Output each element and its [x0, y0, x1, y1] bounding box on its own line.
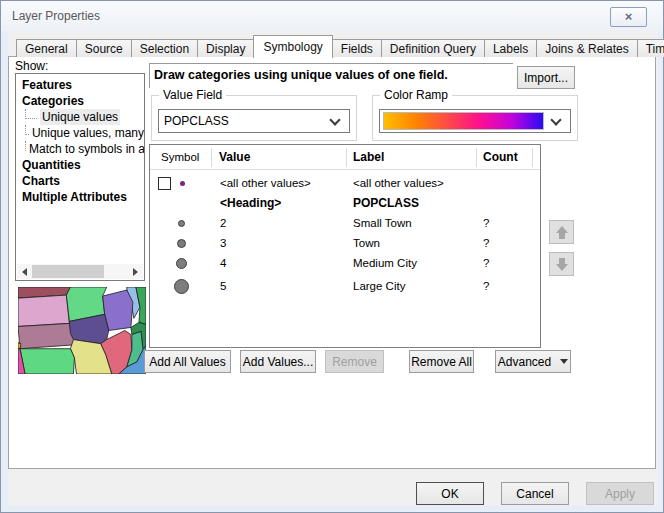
- table-row[interactable]: 2Small Town?: [150, 213, 540, 233]
- column-header-symbol[interactable]: Symbol: [150, 148, 212, 167]
- color-ramp-combo[interactable]: [379, 109, 571, 133]
- map-preview-state: [20, 349, 74, 374]
- label-cell: Large City: [347, 280, 477, 292]
- map-preview-state: [18, 295, 69, 326]
- window-title: Layer Properties: [12, 9, 100, 23]
- tree-horizontal-scrollbar[interactable]: [17, 264, 143, 279]
- show-tree-item-unique-values-many[interactable]: Unique values, many: [16, 125, 144, 141]
- color-ramp-group: Color Ramp: [372, 95, 578, 141]
- symbol-table-header: Symbol Value Label Count: [150, 145, 540, 170]
- value-field-group: Value Field POPCLASS: [151, 95, 357, 141]
- value-cell: 3: [212, 237, 347, 249]
- column-header-label[interactable]: Label: [347, 148, 477, 167]
- value-cell: 4: [212, 257, 347, 269]
- tab-joins-relates[interactable]: Joins & Relates: [536, 39, 637, 57]
- symbol-cell[interactable]: [150, 177, 212, 190]
- dropdown-arrow-icon: [560, 359, 568, 364]
- value-field-combo[interactable]: POPCLASS: [158, 109, 350, 133]
- symbol-cell[interactable]: [150, 220, 212, 227]
- value-cell: <all other values>: [212, 177, 347, 189]
- map-preview-state: [18, 323, 76, 348]
- value-cell: 5: [212, 280, 347, 292]
- apply-button[interactable]: Apply: [586, 482, 654, 505]
- symbol-cell[interactable]: [150, 279, 212, 294]
- color-ramp-label: Color Ramp: [380, 88, 452, 102]
- show-tree-item-features[interactable]: Features: [16, 77, 144, 93]
- point-symbol-icon: [176, 258, 187, 269]
- symbol-cell[interactable]: [150, 239, 212, 248]
- chevron-down-icon: [550, 114, 561, 125]
- arrow-up-icon: [556, 226, 568, 239]
- tab-display[interactable]: Display: [197, 39, 254, 57]
- tab-general[interactable]: General: [16, 39, 77, 57]
- tab-fields[interactable]: Fields: [332, 39, 382, 57]
- value-cell: <Heading>: [212, 196, 347, 210]
- all-other-values-checkbox[interactable]: [158, 177, 171, 190]
- table-row[interactable]: 5Large City?: [150, 273, 540, 299]
- point-symbol-icon: [177, 239, 186, 248]
- count-cell: ?: [477, 257, 533, 269]
- tab-selection[interactable]: Selection: [131, 39, 198, 57]
- count-cell: ?: [477, 217, 533, 229]
- dialog-body: GeneralSourceSelectionDisplaySymbologyFi…: [8, 31, 658, 505]
- symbology-tab-page: Show: FeaturesCategoriesUnique valuesUni…: [8, 56, 656, 469]
- close-icon[interactable]: ×: [610, 7, 647, 27]
- scroll-left-icon[interactable]: [17, 264, 32, 279]
- layer-properties-dialog: Layer Properties × GeneralSourceSelectio…: [0, 0, 664, 513]
- map-preview: [18, 287, 146, 374]
- value-field-label: Value Field: [159, 88, 226, 102]
- show-tree: FeaturesCategoriesUnique valuesUnique va…: [15, 73, 145, 281]
- description-text: Draw categories using unique values of o…: [149, 63, 513, 88]
- ok-button[interactable]: OK: [416, 482, 484, 505]
- table-row[interactable]: <all other values><all other values>: [150, 173, 540, 193]
- import-button[interactable]: Import...: [517, 66, 575, 89]
- value-field-value: POPCLASS: [159, 114, 331, 128]
- scrollbar-thumb[interactable]: [32, 265, 104, 278]
- table-row[interactable]: <Heading>POPCLASS: [150, 193, 540, 213]
- column-header-value[interactable]: Value: [212, 148, 347, 167]
- table-row[interactable]: 4Medium City?: [150, 253, 540, 273]
- add-all-values-button[interactable]: Add All Values: [144, 350, 231, 373]
- tab-time[interactable]: Time: [637, 39, 664, 57]
- show-tree-item-categories[interactable]: Categories: [16, 93, 144, 109]
- label-cell: <all other values>: [347, 177, 477, 189]
- show-label: Show:: [15, 59, 48, 73]
- value-cell: 2: [212, 217, 347, 229]
- color-ramp-gradient: [383, 112, 544, 130]
- advanced-button[interactable]: Advanced: [495, 350, 571, 373]
- point-symbol-icon: [180, 181, 185, 186]
- label-cell: Medium City: [347, 257, 477, 269]
- remove-button[interactable]: Remove: [325, 350, 384, 373]
- point-symbol-icon: [174, 279, 189, 294]
- tab-bar: GeneralSourceSelectionDisplaySymbologyFi…: [16, 34, 664, 57]
- cancel-button[interactable]: Cancel: [501, 482, 569, 505]
- label-cell: Small Town: [347, 217, 477, 229]
- show-tree-item-multiple-attributes[interactable]: Multiple Attributes: [16, 189, 144, 205]
- symbol-cell[interactable]: [150, 258, 212, 269]
- map-preview-state: [18, 343, 21, 349]
- count-cell: ?: [477, 237, 533, 249]
- move-down-button[interactable]: [549, 252, 574, 276]
- remove-all-button[interactable]: Remove All: [409, 350, 474, 373]
- add-values-button[interactable]: Add Values...: [240, 350, 316, 373]
- move-up-button[interactable]: [549, 220, 574, 244]
- show-tree-item-unique-values[interactable]: Unique values: [16, 109, 144, 125]
- scroll-right-icon[interactable]: [128, 264, 143, 279]
- table-row[interactable]: 3Town?: [150, 233, 540, 253]
- label-cell: POPCLASS: [347, 196, 477, 210]
- show-tree-item-charts[interactable]: Charts: [16, 173, 144, 189]
- chevron-down-icon: [329, 114, 340, 125]
- tab-source[interactable]: Source: [76, 39, 132, 57]
- show-tree-item-match-to-symbols-in-a[interactable]: Match to symbols in a: [16, 141, 144, 157]
- footer-buttons: OKCancelApply: [416, 482, 654, 505]
- count-cell: ?: [477, 280, 533, 292]
- tab-labels[interactable]: Labels: [484, 39, 537, 57]
- tab-definition-query[interactable]: Definition Query: [381, 39, 485, 57]
- show-tree-item-quantities[interactable]: Quantities: [16, 157, 144, 173]
- label-cell: Town: [347, 237, 477, 249]
- titlebar: Layer Properties: [1, 1, 663, 31]
- point-symbol-icon: [178, 220, 185, 227]
- column-header-count[interactable]: Count: [477, 148, 533, 167]
- tab-symbology[interactable]: Symbology: [253, 35, 332, 58]
- arrow-down-icon: [556, 258, 568, 271]
